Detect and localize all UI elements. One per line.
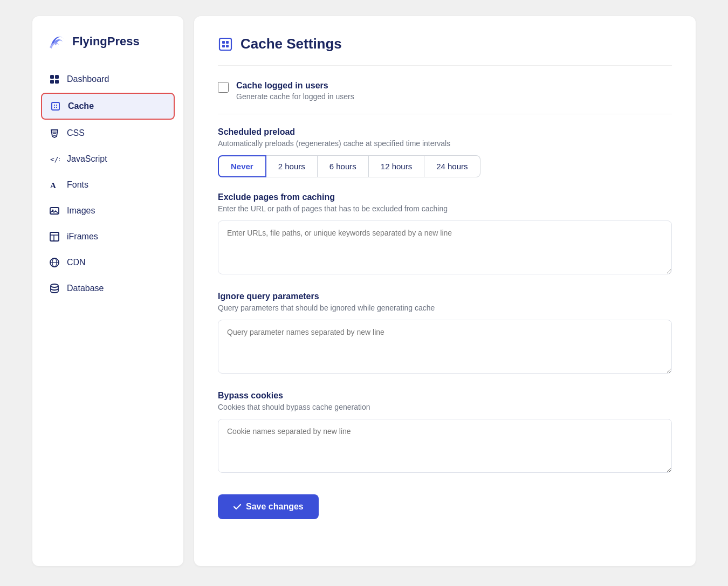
css-label: CSS [67,128,85,138]
database-icon [49,282,60,294]
sidebar-item-iframes[interactable]: iFrames [41,224,175,249]
main-content: Cache Settings Cache logged in users Gen… [194,16,696,566]
javascript-label: JavaScript [67,154,107,164]
exclude-pages-title: Exclude pages from caching [218,192,672,202]
svg-rect-3 [55,80,59,84]
sidebar-item-images[interactable]: Images [41,198,175,223]
dashboard-label: Dashboard [67,74,109,84]
scheduled-preload-title: Scheduled preload [218,127,672,137]
ignore-query-title: Ignore query parameters [218,292,672,301]
cache-logged-in-label-group: Cache logged in users Generate cache for… [236,81,354,101]
sidebar-logo: FlyingPress [41,31,175,67]
preload-2h-button[interactable]: 2 hours [266,155,318,177]
bypass-cookies-section: Bypass cookies Cookies that should bypas… [218,391,672,475]
cache-logged-in-description: Generate cache for logged in users [236,92,354,101]
svg-rect-17 [222,41,225,44]
cache-logged-in-label: Cache logged in users [236,81,354,91]
svg-rect-1 [55,75,59,79]
dashboard-icon [49,73,60,85]
svg-rect-4 [52,102,59,110]
images-label: Images [67,206,95,216]
bypass-cookies-textarea[interactable] [218,419,672,473]
cdn-label: CDN [67,258,86,267]
preload-buttons-group: Never 2 hours 6 hours 12 hours 24 hours [218,155,672,177]
cache-logged-in-setting: Cache logged in users Generate cache for… [218,81,672,101]
bypass-cookies-title: Bypass cookies [218,391,672,401]
database-label: Database [67,284,104,293]
scheduled-preload-section: Scheduled preload Automatically preloads… [218,127,672,177]
app-name: FlyingPress [72,35,140,49]
scheduled-preload-description: Automatically preloads (regenerates) cac… [218,139,672,148]
save-button[interactable]: Save changes [218,494,319,519]
sidebar-item-cdn[interactable]: CDN [41,250,175,275]
sidebar-item-cache[interactable]: Cache [41,93,175,120]
images-icon [49,205,60,217]
page-header: Cache Settings [218,36,672,66]
page-title: Cache Settings [241,36,342,52]
css-icon [49,127,60,139]
preload-never-button[interactable]: Never [218,155,266,177]
logo-icon [46,31,67,52]
svg-rect-20 [226,45,229,47]
sidebar-item-database[interactable]: Database [41,276,175,301]
app-container: FlyingPress Dashboard [32,16,696,566]
preload-12h-button[interactable]: 12 hours [369,155,424,177]
cache-icon [50,100,61,112]
svg-rect-2 [50,80,54,84]
iframes-icon [49,231,60,243]
sidebar: FlyingPress Dashboard [32,16,183,566]
checkmark-icon [233,502,242,511]
ignore-query-section: Ignore query parameters Query parameters… [218,292,672,376]
js-icon: </> [49,153,60,165]
sidebar-item-dashboard[interactable]: Dashboard [41,67,175,92]
svg-rect-19 [222,45,225,47]
sidebar-item-css[interactable]: CSS [41,121,175,146]
ignore-query-description: Query parameters that should be ignored … [218,304,672,312]
divider-1 [218,114,672,114]
svg-rect-0 [50,75,54,79]
svg-text:</>: </> [50,155,60,163]
svg-text:A: A [50,181,56,190]
cache-logged-in-checkbox[interactable] [218,82,229,93]
sidebar-item-fonts[interactable]: A Fonts [41,173,175,197]
exclude-pages-section: Exclude pages from caching Enter the URL… [218,192,672,277]
fonts-label: Fonts [67,180,88,190]
preload-24h-button[interactable]: 24 hours [424,155,480,177]
exclude-pages-description: Enter the URL or path of pages that has … [218,204,672,213]
svg-point-15 [51,284,58,287]
iframes-label: iFrames [67,232,98,242]
ignore-query-textarea[interactable] [218,320,672,374]
fonts-icon: A [49,179,60,191]
page-header-icon [218,37,233,52]
save-button-label: Save changes [246,502,304,512]
svg-rect-18 [226,41,229,44]
preload-6h-button[interactable]: 6 hours [318,155,369,177]
svg-rect-16 [219,38,231,50]
bypass-cookies-description: Cookies that should bypass cache generat… [218,403,672,411]
svg-rect-9 [50,232,59,241]
cache-label: Cache [68,101,94,111]
cdn-icon [49,257,60,268]
sidebar-item-javascript[interactable]: </> JavaScript [41,147,175,171]
sidebar-nav: Dashboard Cache [41,67,175,301]
exclude-pages-textarea[interactable] [218,220,672,274]
